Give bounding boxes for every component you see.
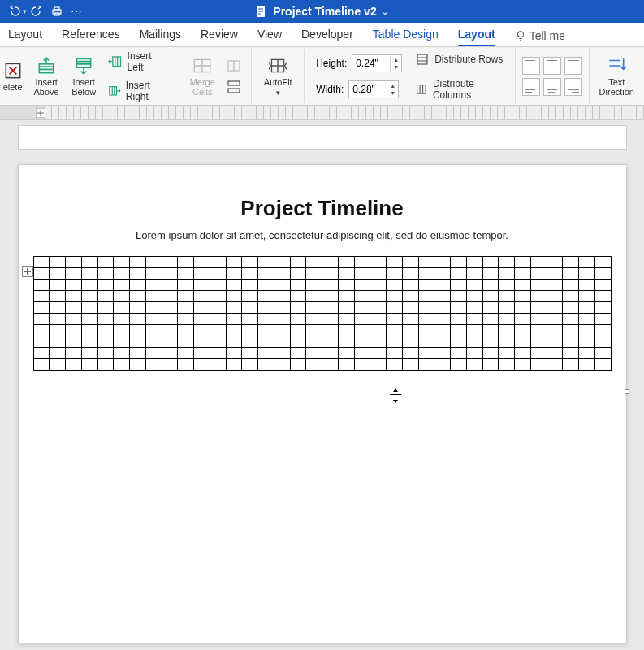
table-cell[interactable]	[130, 348, 146, 359]
table-cell[interactable]	[451, 325, 467, 336]
table-cell[interactable]	[162, 280, 178, 291]
table-cell[interactable]	[370, 314, 387, 325]
table-cell[interactable]	[387, 280, 403, 291]
table-cell[interactable]	[370, 280, 387, 291]
table-cell[interactable]	[226, 314, 242, 325]
table-cell[interactable]	[354, 257, 370, 268]
insert-below-button[interactable]: Insert Below	[67, 54, 100, 98]
table-cell[interactable]	[145, 359, 162, 370]
table-cell[interactable]	[434, 257, 451, 268]
table-cell[interactable]	[322, 314, 339, 325]
table-cell[interactable]	[579, 257, 595, 268]
table-cell[interactable]	[530, 325, 547, 336]
table-cell[interactable]	[162, 291, 178, 302]
table-cell[interactable]	[451, 348, 467, 359]
insert-above-button[interactable]: Insert Above	[30, 54, 63, 98]
table-cell[interactable]	[434, 359, 451, 370]
align-bottom-right[interactable]	[564, 78, 582, 96]
table-cell[interactable]	[451, 359, 467, 370]
table-cell[interactable]	[258, 257, 274, 268]
table-cell[interactable]	[563, 268, 579, 280]
table-cell[interactable]	[97, 314, 114, 325]
table-cell[interactable]	[306, 314, 322, 325]
table-cell[interactable]	[242, 302, 258, 314]
table-resize-handle[interactable]	[625, 389, 629, 394]
table-cell[interactable]	[194, 359, 210, 370]
table-cell[interactable]	[130, 336, 146, 348]
table-cell[interactable]	[194, 302, 210, 314]
table-cell[interactable]	[466, 348, 482, 359]
table-cell[interactable]	[306, 348, 322, 359]
table-cell[interactable]	[290, 291, 306, 302]
table-cell[interactable]	[178, 291, 194, 302]
table-cell[interactable]	[499, 280, 515, 291]
table-cell[interactable]	[338, 336, 354, 348]
table-cell[interactable]	[50, 325, 66, 336]
table-move-handle[interactable]	[22, 266, 33, 277]
table-cell[interactable]	[370, 257, 387, 268]
width-value[interactable]	[349, 84, 387, 95]
table-cell[interactable]	[258, 314, 274, 325]
table-cell[interactable]	[547, 302, 563, 314]
table-cell[interactable]	[418, 268, 434, 280]
table-cell[interactable]	[354, 280, 370, 291]
table-cell[interactable]	[451, 314, 467, 325]
table-cell[interactable]	[370, 268, 387, 280]
table-cell[interactable]	[194, 291, 210, 302]
table-cell[interactable]	[354, 336, 370, 348]
table-cell[interactable]	[482, 325, 499, 336]
table-cell[interactable]	[290, 359, 306, 370]
table-cell[interactable]	[387, 348, 403, 359]
table-cell[interactable]	[499, 268, 515, 280]
table-cell[interactable]	[50, 268, 66, 280]
table-cell[interactable]	[547, 257, 563, 268]
table-cell[interactable]	[226, 359, 242, 370]
table-cell[interactable]	[579, 359, 595, 370]
print-button[interactable]	[48, 2, 66, 20]
table-cell[interactable]	[290, 280, 306, 291]
table-cell[interactable]	[482, 348, 499, 359]
table-cell[interactable]	[33, 268, 50, 280]
table-cell[interactable]	[579, 348, 595, 359]
table-cell[interactable]	[162, 257, 178, 268]
table-cell[interactable]	[274, 302, 290, 314]
table-cell[interactable]	[97, 302, 114, 314]
table-cell[interactable]	[370, 325, 387, 336]
table-cell[interactable]	[50, 336, 66, 348]
table-cell[interactable]	[322, 336, 339, 348]
table-cell[interactable]	[50, 257, 66, 268]
table-cell[interactable]	[338, 268, 354, 280]
table-cell[interactable]	[499, 314, 515, 325]
table-cell[interactable]	[178, 268, 194, 280]
table-cell[interactable]	[145, 268, 162, 280]
table-cell[interactable]	[258, 348, 274, 359]
table-cell[interactable]	[547, 359, 563, 370]
table-cell[interactable]	[274, 314, 290, 325]
autofit-button[interactable]: AutoFit ▾	[258, 54, 297, 98]
table-cell[interactable]	[387, 291, 403, 302]
table-cell[interactable]	[418, 257, 434, 268]
table-cell[interactable]	[418, 359, 434, 370]
table-cell[interactable]	[290, 314, 306, 325]
table-cell[interactable]	[33, 336, 50, 348]
table-cell[interactable]	[418, 280, 434, 291]
table-cell[interactable]	[466, 314, 482, 325]
table-cell[interactable]	[418, 325, 434, 336]
table-cell[interactable]	[547, 268, 563, 280]
table-cell[interactable]	[178, 359, 194, 370]
insert-right-button[interactable]: Insert Right	[105, 78, 172, 104]
table-cell[interactable]	[97, 257, 114, 268]
table-cell[interactable]	[499, 291, 515, 302]
tell-me-search[interactable]: Tell me	[515, 29, 565, 46]
align-top-center[interactable]	[543, 57, 561, 75]
table-cell[interactable]	[354, 291, 370, 302]
tab-developer[interactable]: Developer	[301, 28, 353, 46]
table-cell[interactable]	[81, 325, 97, 336]
table-cell[interactable]	[579, 302, 595, 314]
table-cell[interactable]	[194, 257, 210, 268]
table-cell[interactable]	[466, 291, 482, 302]
table-cell[interactable]	[210, 325, 226, 336]
table-cell[interactable]	[322, 359, 339, 370]
table-cell[interactable]	[402, 302, 418, 314]
table-cell[interactable]	[402, 325, 418, 336]
